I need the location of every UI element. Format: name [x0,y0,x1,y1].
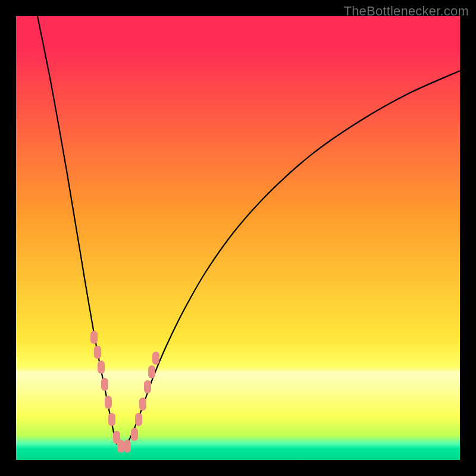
background-gradient [16,16,460,460]
chart-frame [16,16,460,460]
svg-rect-0 [16,16,460,460]
